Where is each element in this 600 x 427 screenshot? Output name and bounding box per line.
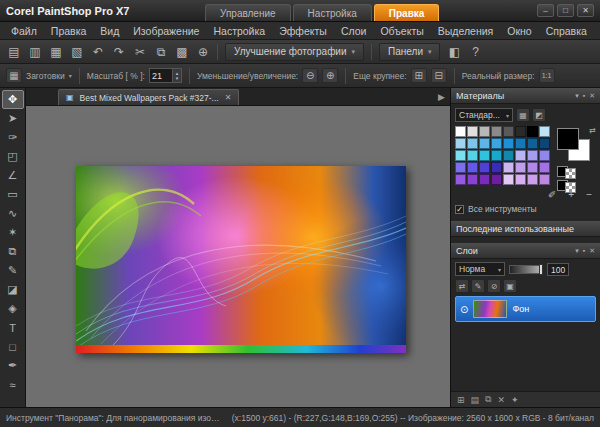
- color-swatch[interactable]: [503, 138, 514, 149]
- opacity-slider[interactable]: [509, 265, 543, 274]
- tab-scroll-right-icon[interactable]: ▶: [438, 92, 450, 105]
- remove-swatch-icon[interactable]: −: [586, 189, 592, 200]
- foreground-material[interactable]: [557, 166, 583, 179]
- color-swatch[interactable]: [479, 126, 490, 137]
- color-swatch[interactable]: [491, 162, 502, 173]
- photo-fix-button[interactable]: Улучшение фотографии ▾: [225, 43, 364, 61]
- pen-tool[interactable]: ✒: [2, 356, 24, 375]
- zoom-input[interactable]: [149, 68, 173, 83]
- workspace-tab-manage[interactable]: Управление: [205, 4, 291, 21]
- layers-panel-menu-icon[interactable]: ▾: [575, 246, 579, 255]
- background-material[interactable]: [557, 180, 583, 193]
- eyedropper-icon[interactable]: ✐: [548, 189, 556, 200]
- clone-brush-tool[interactable]: ⧉: [2, 242, 24, 261]
- color-swatch[interactable]: [479, 150, 490, 161]
- materials-panel-close-icon[interactable]: ✕: [589, 91, 595, 100]
- pick-tool[interactable]: ➤: [2, 109, 24, 128]
- lock-transparency-icon[interactable]: ⊘: [487, 279, 501, 293]
- crop-tool[interactable]: ◰: [2, 147, 24, 166]
- color-swatch[interactable]: [503, 150, 514, 161]
- layer-row[interactable]: ⊙ Фон: [455, 296, 596, 322]
- minimize-button[interactable]: –: [537, 4, 554, 17]
- new-group-icon[interactable]: ▤: [471, 395, 480, 405]
- color-swatch[interactable]: [491, 138, 502, 149]
- swatches-view-icon[interactable]: ▦: [516, 108, 530, 122]
- swatch-set-dropdown[interactable]: Стандар... ▾: [455, 108, 513, 122]
- magic-wand-tool[interactable]: ✶: [2, 223, 24, 242]
- menu-item[interactable]: Объекты: [373, 24, 430, 38]
- color-swatch[interactable]: [491, 150, 502, 161]
- spinner-arrows[interactable]: ▴▾: [173, 68, 182, 83]
- menu-item[interactable]: Справка: [539, 24, 594, 38]
- color-swatch[interactable]: [539, 162, 550, 173]
- layers-panel-close-icon[interactable]: ✕: [589, 246, 595, 255]
- palettes-button[interactable]: Панели ▾: [379, 43, 440, 61]
- delete-layer-icon[interactable]: ✕: [498, 395, 506, 405]
- menu-item[interactable]: Изображение: [126, 24, 206, 38]
- actual-size-icon[interactable]: 1:1: [539, 68, 555, 83]
- blend-mode-dropdown[interactable]: Норма ▾: [455, 262, 505, 276]
- menu-item[interactable]: Эффекты: [272, 24, 334, 38]
- menu-item[interactable]: Вид: [93, 24, 126, 38]
- color-swatch[interactable]: [455, 174, 466, 185]
- document-tab[interactable]: ▣ Best Mixed Wallpapers Pack #327-... ✕: [58, 89, 239, 105]
- screen-mode-icon[interactable]: ◧: [444, 43, 464, 61]
- duplicate-layer-icon[interactable]: ⧉: [485, 394, 491, 405]
- freehand-selection-tool[interactable]: ∿: [2, 204, 24, 223]
- help-icon[interactable]: ?: [465, 43, 485, 61]
- zoom-in-icon[interactable]: ⊕: [322, 68, 338, 83]
- color-swatch[interactable]: [539, 138, 550, 149]
- menu-item[interactable]: Правка: [44, 24, 93, 38]
- color-swatch[interactable]: [503, 174, 514, 185]
- new-file-icon[interactable]: ▤: [4, 43, 24, 61]
- menu-item[interactable]: Выделения: [431, 24, 500, 38]
- color-swatch[interactable]: [467, 126, 478, 137]
- swap-colors-icon[interactable]: ⇄: [589, 126, 596, 135]
- workspace-tab-edit[interactable]: Правка: [374, 4, 440, 21]
- layers-panel-pin-icon[interactable]: ▪: [583, 246, 585, 255]
- color-swatch[interactable]: [515, 174, 526, 185]
- workspace-tab-adjust[interactable]: Настройка: [293, 4, 372, 21]
- color-swatch[interactable]: [539, 126, 550, 137]
- color-swatch[interactable]: [515, 150, 526, 161]
- color-swatch[interactable]: [455, 162, 466, 173]
- color-swatch[interactable]: [479, 162, 490, 173]
- all-tools-checkbox[interactable]: ✓: [455, 205, 464, 214]
- materials-panel-pin-icon[interactable]: ▪: [583, 91, 585, 100]
- color-swatch[interactable]: [527, 162, 538, 173]
- redo-icon[interactable]: ↷: [109, 43, 129, 61]
- materials-panel-menu-icon[interactable]: ▾: [575, 91, 579, 100]
- text-tool[interactable]: T: [2, 318, 24, 337]
- color-swatch[interactable]: [515, 138, 526, 149]
- foreground-color-swatch[interactable]: [557, 128, 579, 150]
- flood-fill-tool[interactable]: ◈: [2, 299, 24, 318]
- recently-used-header[interactable]: Последние использованные: [451, 221, 600, 237]
- eraser-tool[interactable]: ◪: [2, 280, 24, 299]
- menu-item[interactable]: Окно: [500, 24, 538, 38]
- cut-icon[interactable]: ✂: [130, 43, 150, 61]
- color-swatch[interactable]: [539, 174, 550, 185]
- highlight-layer-icon[interactable]: ▣: [503, 279, 517, 293]
- paste-icon[interactable]: ▩: [172, 43, 192, 61]
- color-swatch[interactable]: [491, 174, 502, 185]
- menu-item[interactable]: Файл: [4, 24, 44, 38]
- link-layers-icon[interactable]: ⇄: [455, 279, 469, 293]
- color-swatch[interactable]: [479, 174, 490, 185]
- close-button[interactable]: ✕: [577, 4, 594, 17]
- color-swatch[interactable]: [455, 150, 466, 161]
- color-swatch[interactable]: [515, 126, 526, 137]
- dropper-tool[interactable]: ✑: [2, 128, 24, 147]
- zoom-out-icon[interactable]: ⊖: [302, 68, 318, 83]
- color-swatch[interactable]: [503, 126, 514, 137]
- warp-brush-tool[interactable]: ≈: [2, 375, 24, 394]
- save-icon[interactable]: ▦: [46, 43, 66, 61]
- preset-shape-tool[interactable]: □: [2, 337, 24, 356]
- color-swatch[interactable]: [455, 138, 466, 149]
- color-swatch[interactable]: [467, 150, 478, 161]
- color-swatch[interactable]: [539, 150, 550, 161]
- chevron-down-icon[interactable]: ▾: [69, 72, 72, 79]
- print-icon[interactable]: ▧: [67, 43, 87, 61]
- all-tools-option[interactable]: ✓ Все инструменты: [455, 204, 596, 214]
- color-swatch[interactable]: [455, 126, 466, 137]
- color-swatch[interactable]: [503, 162, 514, 173]
